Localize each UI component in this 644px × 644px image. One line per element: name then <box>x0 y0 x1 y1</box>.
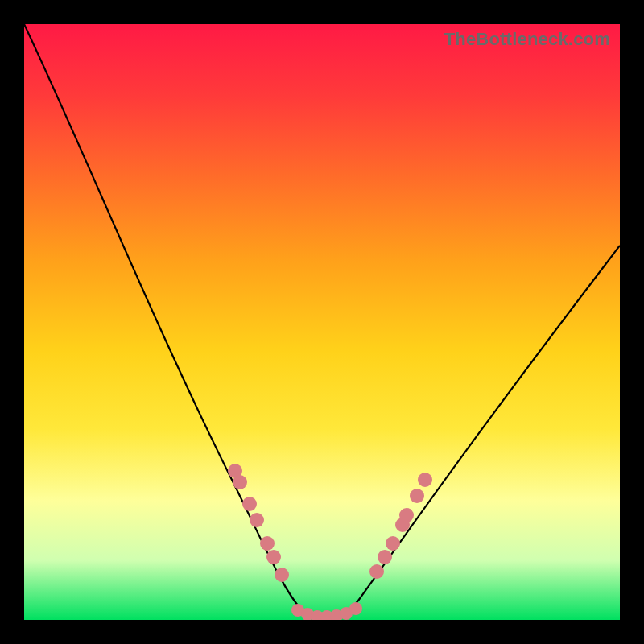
marker-cluster-right <box>369 473 432 579</box>
bottleneck-curve <box>24 24 620 620</box>
marker-cluster-left <box>228 464 289 582</box>
svg-point-1 <box>233 475 247 489</box>
svg-point-11 <box>399 508 414 522</box>
svg-point-7 <box>369 564 384 579</box>
marker-cluster-bottom <box>291 602 362 620</box>
svg-point-9 <box>386 536 400 551</box>
svg-point-12 <box>410 489 424 503</box>
plot-area: TheBottleneck.com <box>24 24 620 620</box>
chart-frame: TheBottleneck.com <box>0 0 644 644</box>
svg-point-4 <box>260 536 275 551</box>
svg-point-3 <box>250 513 264 527</box>
curve-path <box>24 24 620 618</box>
svg-point-2 <box>242 497 257 511</box>
svg-point-5 <box>266 550 281 564</box>
svg-point-13 <box>418 473 432 487</box>
svg-point-8 <box>378 550 392 564</box>
svg-point-20 <box>349 602 362 615</box>
svg-point-6 <box>275 568 289 582</box>
